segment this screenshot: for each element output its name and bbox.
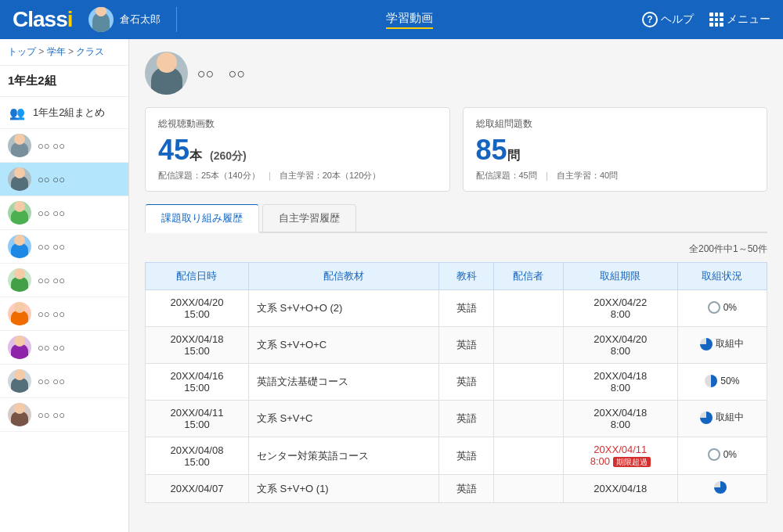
sidebar-student-item[interactable]: ○○ ○○ [0,129,128,163]
cell-deadline: 20XX/04/18 [563,475,677,503]
status-badge: 取組中 [700,337,744,350]
cell-status: 50% [677,364,767,401]
status-inprogress-icon [700,338,713,350]
avatar [8,134,31,157]
sidebar-student-item[interactable]: ○○ ○○ [0,297,128,331]
class-title: 1年生2組 [0,66,128,97]
cell-sender [493,475,563,503]
header-actions: ? ヘルプ メニュー [642,12,770,27]
status-inprogress-icon [714,481,727,494]
status-empty-icon [708,301,720,314]
logo-i: i [67,7,73,31]
tab-self-study[interactable]: 自主学習履歴 [262,204,356,232]
sidebar-student-item[interactable]: ○○ ○○ [0,264,128,297]
avatar [8,369,31,393]
cell-date: 20XX/04/20 15:00 [146,290,249,327]
table-row: 20XX/04/16 15:00英語文法基礎コース英語20XX/04/18 8:… [146,364,767,401]
cell-date: 20XX/04/11 15:00 [146,401,249,437]
content: ○○ ○○ 総視聴動画数 45本 (260分) 配信課題：25本（140分） ｜… [129,39,783,532]
status-text: 取組中 [716,337,744,350]
student-figure-icon [11,276,28,292]
student-name: ○○ ○○ [38,409,65,421]
stat-card-video: 総視聴動画数 45本 (260分) 配信課題：25本（140分） ｜ 自主学習：… [145,107,450,192]
status-text: 0% [723,449,737,460]
user-name: 倉石太郎 [120,13,161,27]
sidebar-student-item[interactable]: ○○ ○○ [0,365,128,398]
table-header-cell: 取組状況 [677,263,767,290]
table-header-cell: 取組期限 [563,263,677,290]
avatar [8,403,31,426]
status-badge: 0% [708,448,737,461]
cell-subject: 英語 [439,290,494,327]
tab-assignments[interactable]: 課題取り組み履歴 [145,204,259,233]
sidebar-student-item[interactable]: ○○ ○○ [0,331,128,365]
student-list: ○○ ○○ ○○ ○○ ○○ ○○ ○○ ○○ ○○ ○○ ○○ ○○ ○○ ○… [0,129,128,432]
student-name: ○○ ○○ [38,308,65,320]
sidebar-student-item[interactable]: ○○ ○○ [0,163,128,196]
cell-subject: 英語 [439,327,494,364]
header: Classi 倉石太郎 学習動画 ? ヘルプ メニュー [0,0,783,39]
grid-icon [709,13,723,27]
cell-deadline: 20XX/04/18 8:00 [563,401,677,437]
table-header-cell: 配信日時 [146,263,249,290]
sidebar-group-item[interactable]: 👥 1年生2組まとめ [0,97,128,129]
pagination-info: 全200件中1～50件 [145,243,767,256]
student-name-large: ○○ ○○ [197,64,246,83]
table-header-row: 配信日時配信教材教科配信者取組期限取組状況 [146,263,767,290]
status-empty-icon [708,448,720,461]
group-icon: 👥 [8,103,27,122]
breadcrumb-top[interactable]: トップ [8,46,36,57]
student-name: ○○ ○○ [38,275,65,286]
cell-date: 20XX/04/18 15:00 [146,327,249,364]
table-header-cell: 教科 [439,263,494,290]
video-stat-label: 総視聴動画数 [158,117,437,131]
help-button[interactable]: ? ヘルプ [642,12,694,27]
cell-material: 英語文法基礎コース [248,364,438,401]
table-row: 20XX/04/11 15:00文系 S+V+C英語20XX/04/18 8:0… [146,401,767,437]
sidebar: トップ > 学年 > クラス 1年生2組 👥 1年生2組まとめ ○○ ○○ ○○… [0,39,129,532]
status-text: 取組中 [716,411,744,424]
cell-sender [493,290,563,327]
status-badge [714,481,730,494]
table-header-cell: 配信教材 [248,263,438,290]
main-layout: トップ > 学年 > クラス 1年生2組 👥 1年生2組まとめ ○○ ○○ ○○… [0,39,783,532]
table-body: 20XX/04/20 15:00文系 S+V+O+O (2)英語20XX/04/… [146,290,767,503]
avatar [8,201,31,225]
student-figure-icon [11,142,28,157]
sidebar-student-item[interactable]: ○○ ○○ [0,398,128,432]
student-name: ○○ ○○ [38,207,65,219]
problems-stat-label: 総取組問題数 [476,117,755,131]
cell-status: 0% [677,437,767,475]
nav-item-video[interactable]: 学習動画 [386,11,433,29]
logo-text: Classi [13,7,73,32]
table-row: 20XX/04/07文系 S+V+O (1)英語20XX/04/18 [146,475,767,503]
sidebar-student-item[interactable]: ○○ ○○ [0,196,128,230]
user-figure-icon [92,12,110,32]
overdue-badge: 期限超過 [613,457,651,467]
status-text: 0% [723,302,737,313]
cell-sender [493,437,563,475]
header-user[interactable]: 倉石太郎 [88,7,177,32]
breadcrumb-class[interactable]: クラス [76,46,104,57]
cell-date: 20XX/04/08 15:00 [146,437,249,475]
menu-button[interactable]: メニュー [709,13,770,27]
header-nav: 学習動画 [386,11,433,29]
cell-status [677,475,767,503]
student-figure-icon [151,66,182,95]
cell-subject: 英語 [439,401,494,437]
cell-material: センター対策英語コース [248,437,438,475]
data-table: 配信日時配信教材教科配信者取組期限取組状況 20XX/04/20 15:00文系… [145,262,767,503]
student-name: ○○ ○○ [38,342,65,354]
student-avatar-large [145,52,188,95]
logo: Classi [13,7,73,32]
status-badge: 取組中 [700,411,744,424]
status-badge: 50% [705,375,739,387]
breadcrumb-year[interactable]: 学年 [47,46,66,57]
student-figure-icon [11,243,28,258]
student-figure-icon [11,310,28,325]
cell-status: 取組中 [677,401,767,437]
table-header-cell: 配信者 [493,263,563,290]
cell-subject: 英語 [439,364,494,401]
cell-deadline: 20XX/04/20 8:00 [563,327,677,364]
sidebar-student-item[interactable]: ○○ ○○ [0,230,128,264]
